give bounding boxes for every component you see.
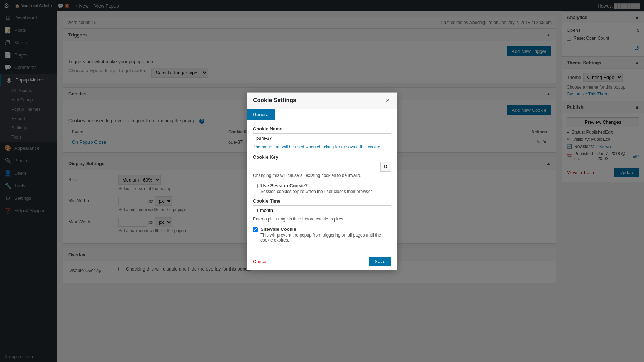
sitewide-cookie-text: Sitewide Cookie This will prevent the po… [260,227,391,243]
cookie-key-refresh-button[interactable]: ↺ [380,162,391,172]
cookie-key-hint: Changing this will cause all existing co… [253,173,391,178]
cookie-key-input[interactable] [253,162,377,171]
sitewide-cookie-hint: This will prevent the popup from trigger… [260,233,391,243]
modal-header: Cookie Settings × [247,93,397,109]
cookie-time-input[interactable] [253,205,391,215]
modal-tabs: General [247,109,397,120]
session-cookie-row: Use Session Cookie? Session cookies expi… [253,183,391,194]
cookie-name-field: Cookie Name The name that will be used w… [253,126,391,149]
cookie-name-input[interactable] [253,133,391,143]
save-button[interactable]: Save [369,257,391,266]
modal-footer: Cancel Save [247,253,397,270]
cookie-settings-modal: Cookie Settings × General Cookie Name Th… [247,92,397,270]
cookie-key-input-row: ↺ [253,162,391,172]
modal-close-button[interactable]: × [384,97,391,104]
cookie-name-hint: The name that will be used when checking… [253,144,391,149]
session-cookie-label: Use Session Cookie? [260,183,373,188]
modal-overlay[interactable]: Cookie Settings × General Cookie Name Th… [0,0,644,362]
cookie-key-field: Cookie Key ↺ Changing this will cause al… [253,154,391,178]
sitewide-cookie-label: Sitewide Cookie [260,227,391,232]
tab-general[interactable]: General [247,109,275,120]
modal-body: Cookie Name The name that will be used w… [247,120,397,253]
cookie-key-label: Cookie Key [253,154,391,160]
session-cookie-hint: Session cookies expire when the user clo… [260,189,373,194]
cookie-time-label: Cookie Time [253,198,391,204]
cookie-name-label: Cookie Name [253,126,391,132]
modal-title: Cookie Settings [253,97,296,104]
cancel-button[interactable]: Cancel [253,259,267,264]
cookie-time-hint: Enter a plain english time before cookie… [253,217,391,222]
session-cookie-text: Use Session Cookie? Session cookies expi… [260,183,373,194]
sitewide-cookie-checkbox[interactable] [253,227,258,232]
sitewide-cookie-row: Sitewide Cookie This will prevent the po… [253,227,391,243]
session-cookie-checkbox[interactable] [253,184,258,188]
cookie-time-field: Cookie Time Enter a plain english time b… [253,198,391,222]
